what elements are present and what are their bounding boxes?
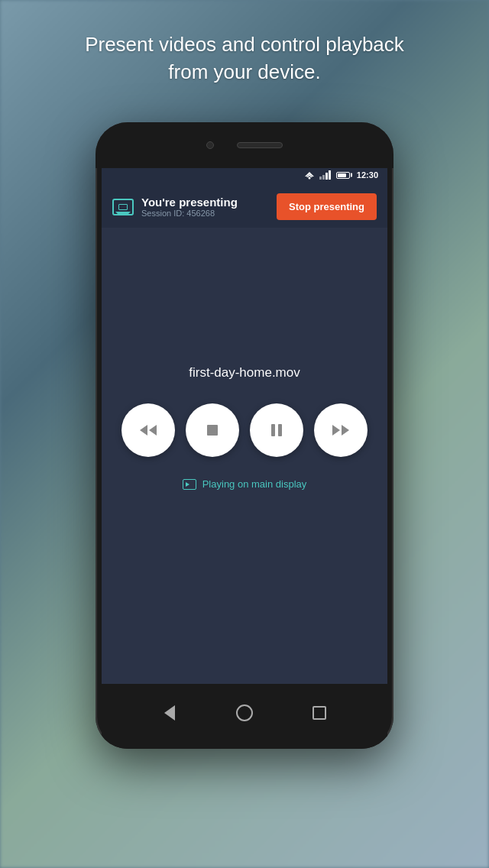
back-button[interactable] [156,699,183,727]
display-play-icon [183,479,196,490]
fast-forward-button[interactable] [314,403,368,457]
app-content: first-day-home.mov [102,228,387,677]
promo-header: Present videos and control playback from… [0,31,489,86]
phone-top-bar [96,122,393,168]
presenting-title: You're presenting [141,196,238,209]
svg-rect-7 [278,424,282,436]
svg-rect-5 [207,425,218,436]
rewind-button[interactable] [121,403,175,457]
file-name: first-day-home.mov [189,365,300,381]
stop-presenting-button[interactable]: Stop presenting [277,193,377,220]
fast-forward-icon [330,419,351,441]
presentation-screen-icon [118,204,128,210]
svg-point-2 [308,177,310,180]
presenting-info: You're presenting Session ID: 456268 [112,196,238,218]
signal-icon [319,170,331,180]
svg-marker-3 [140,425,147,436]
svg-marker-4 [149,425,157,436]
playback-controls [121,403,368,457]
pause-icon [266,419,287,441]
recents-button[interactable] [306,699,333,727]
stop-button[interactable] [186,403,239,457]
phone-screen: 12:30 You're presenting Session ID: 4562… [102,164,387,684]
svg-marker-9 [342,425,349,436]
battery-icon [336,172,350,179]
wifi-icon [303,170,316,180]
playing-status: Playing on main display [183,478,307,490]
home-button[interactable] [231,699,258,727]
home-icon [236,704,253,721]
front-camera [206,141,214,149]
status-time: 12:30 [357,170,378,180]
svg-marker-8 [332,425,340,436]
playing-status-text: Playing on main display [202,478,307,490]
phone-device: 12:30 You're presenting Session ID: 4562… [96,122,393,749]
svg-rect-6 [271,424,275,436]
back-icon [164,705,175,721]
presenting-text: You're presenting Session ID: 456268 [141,196,238,218]
phone-nav-bar [102,684,387,749]
app-header: You're presenting Session ID: 456268 Sto… [102,186,387,228]
pause-button[interactable] [250,403,303,457]
speaker-grille [237,142,283,148]
rewind-icon [138,419,159,441]
status-icons: 12:30 [303,170,378,180]
recents-icon [313,706,326,720]
stop-icon [202,419,223,441]
presentation-icon [112,199,134,215]
session-id: Session ID: 456268 [141,209,238,218]
